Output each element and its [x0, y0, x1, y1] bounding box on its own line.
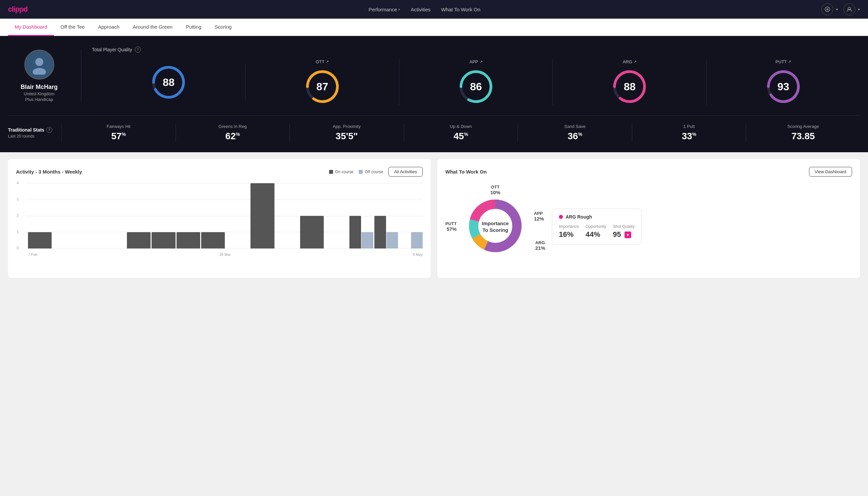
legend-off-course: Off course [359, 170, 383, 174]
top-navigation: clippd Performance ▾ Activities What To … [0, 0, 868, 19]
info-metric-shot-quality: Shot Quality 95 ▼ [613, 224, 634, 239]
ott-score-value: 87 [316, 81, 328, 93]
subnav-around-the-green[interactable]: Around the Green [126, 19, 179, 36]
x-label-feb: 7 Feb [28, 252, 37, 257]
arg-circle: 88 [611, 68, 648, 105]
putt-score-value: 93 [777, 81, 789, 93]
info-metric-importance: Importance 16% [559, 224, 579, 239]
bar-on-11 [300, 216, 324, 248]
dashboard-section: Blair McHarg United Kingdom Plus Handica… [0, 36, 868, 152]
quality-circles: 88 OTT ↗ 87 [92, 59, 860, 105]
bar-group-13 [349, 216, 373, 248]
subnav-approach[interactable]: Approach [91, 19, 126, 36]
nav-links: Performance ▾ Activities What To Work On [368, 7, 480, 12]
bar-off-15 [411, 232, 423, 248]
ott-quality-score: OTT ↗ 87 [246, 59, 399, 105]
app-label: APP ↗ [470, 59, 483, 64]
bar-group-0 [28, 232, 52, 248]
bar-group-6 [176, 232, 200, 248]
nav-what-to-work-on[interactable]: What To Work On [441, 7, 480, 12]
quality-section: Total Player Quality ? 88 [81, 47, 860, 105]
bar-on-14 [374, 216, 386, 248]
bar-group-4 [127, 232, 151, 248]
traditional-stats-label: Traditional Stats ? Last 20 rounds [8, 127, 61, 139]
wtwo-title: What To Work On [445, 169, 487, 174]
stat-sand-save: Sand Save 36% [518, 124, 632, 142]
bar-on-7 [201, 232, 225, 248]
arrow-up-icon: ↗ [326, 60, 329, 64]
all-activities-button[interactable]: All Activities [388, 167, 423, 176]
subnav-putting[interactable]: Putting [179, 19, 208, 36]
bar-group-11 [300, 216, 324, 248]
chart-title: Activity - 3 Months - Weekly [16, 169, 82, 174]
legend-off-dot [359, 170, 363, 174]
x-label-mar: 28 Mar [219, 252, 231, 257]
donut-with-labels: PUTT 57% OTT 10% APP 12% ARG [445, 183, 545, 270]
bar-group-9 [251, 183, 274, 248]
player-name: Blair McHarg [21, 83, 58, 91]
arg-label-outer: ARG 21% [535, 240, 545, 251]
add-button[interactable] [821, 3, 833, 15]
bar-on-4 [127, 232, 151, 248]
avatar [24, 50, 54, 80]
subnav-my-dashboard[interactable]: My Dashboard [8, 19, 54, 36]
player-handicap: Plus Handicap [25, 97, 53, 102]
app-label-outer: APP 12% [534, 211, 544, 221]
arg-quality-score: ARG ↗ 88 [553, 59, 707, 105]
info-metric-opportunity: Opportunity 44% [586, 224, 606, 239]
player-stats-row: Blair McHarg United Kingdom Plus Handica… [8, 47, 860, 105]
info-card-dot [559, 215, 563, 219]
ott-circle: 87 [304, 68, 341, 105]
stat-app-proximity: App. Proximity 35'5" [289, 124, 404, 142]
nav-right-controls: ▾ ▾ [821, 3, 860, 15]
user-avatar-button[interactable] [843, 3, 855, 15]
bar-on-0 [28, 232, 52, 248]
main-score-value: 88 [162, 76, 175, 88]
trad-stats-subtitle: Last 20 rounds [8, 134, 61, 139]
arg-label: ARG ↗ [623, 59, 636, 64]
putt-quality-score: PUTT ↗ 93 [707, 59, 860, 105]
putt-label: PUTT ↗ [775, 59, 791, 64]
nav-performance[interactable]: Performance ▾ [368, 7, 400, 12]
ott-label-outer: OTT 10% [490, 185, 500, 195]
stat-scoring-average: Scoring Average 73.85 [746, 124, 860, 142]
app-quality-score: APP ↗ 86 [399, 59, 553, 105]
arg-score-value: 88 [624, 81, 636, 93]
add-chevron: ▾ [836, 7, 838, 12]
bar-chart: 4 3 2 1 0 7 Feb 28 Mar 9 May [16, 183, 423, 257]
putt-circle: 93 [765, 68, 802, 105]
subnav-scoring[interactable]: Scoring [208, 19, 238, 36]
subnav-off-the-tee[interactable]: Off the Tee [54, 19, 92, 36]
info-card-metrics: Importance 16% Opportunity 44% Shot Qual… [559, 224, 634, 239]
stat-greens-in-reg: Greens In Reg 62% [175, 124, 290, 142]
bottom-cards: Activity - 3 Months - Weekly On course O… [0, 152, 868, 284]
app-circle: 86 [458, 68, 494, 105]
bar-group-15 [399, 232, 423, 248]
help-icon[interactable]: ? [135, 47, 141, 52]
donut-svg-wrapper: Importance To Scoring [467, 198, 524, 255]
donut-container: PUTT 57% OTT 10% APP 12% ARG [445, 183, 545, 270]
sub-navigation: My Dashboard Off the Tee Approach Around… [0, 19, 868, 36]
app-score-value: 86 [470, 81, 482, 93]
bar-group-7 [201, 232, 225, 248]
info-card-title: ARG Rough [559, 214, 634, 219]
bar-on-13 [349, 216, 361, 248]
shot-quality-badge: ▼ [625, 232, 631, 238]
player-info: Blair McHarg United Kingdom Plus Handica… [8, 50, 81, 102]
bars-container [28, 183, 423, 248]
bar-group-14 [374, 216, 398, 248]
view-dashboard-button[interactable]: View Dashboard [809, 167, 852, 176]
main-quality-score: 88 [92, 64, 246, 100]
donut-section: PUTT 57% OTT 10% APP 12% ARG [445, 183, 852, 270]
activity-chart-card: Activity - 3 Months - Weekly On course O… [8, 159, 431, 278]
putt-label-outer: PUTT 57% [445, 221, 457, 232]
bar-on-9 [251, 183, 274, 248]
help-icon[interactable]: ? [46, 127, 52, 133]
nav-activities[interactable]: Activities [411, 7, 430, 12]
bar-on-6 [176, 232, 200, 248]
arrow-up-icon: ↗ [633, 60, 636, 64]
legend-on-course: On course [329, 170, 353, 174]
bar-off-13 [361, 232, 373, 248]
main-circle: 88 [150, 64, 187, 100]
what-to-work-on-card: What To Work On View Dashboard PUTT 57% … [437, 159, 860, 278]
